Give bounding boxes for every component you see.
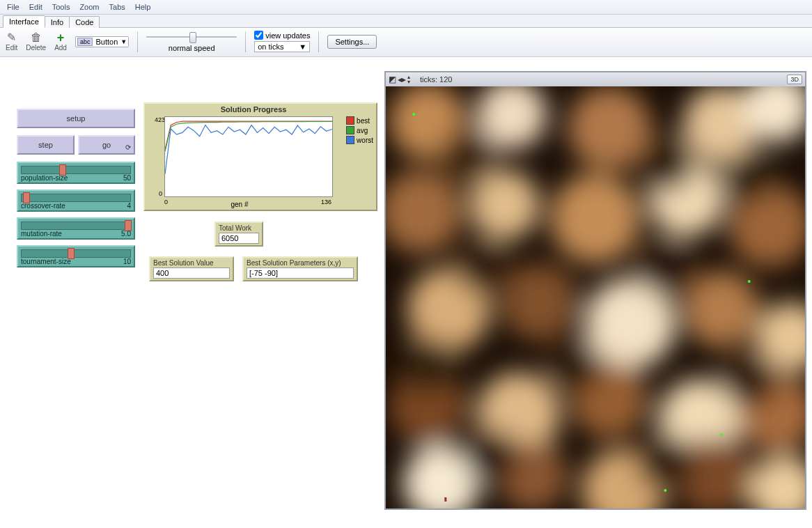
svg-point-37 [748,280,751,283]
go-button[interactable]: go⟳ [78,135,135,155]
setup-button[interactable]: setup [17,109,135,128]
menu-bar: FileEditToolsZoomTabsHelp [0,0,812,15]
slider-tournament-size[interactable]: tournament-size10 [17,245,135,267]
svg-rect-40 [444,497,446,502]
menu-file[interactable]: File [3,1,24,13]
swatch-icon [346,136,354,144]
view-updates-label: view updates [265,31,310,40]
legend-avg: avg [346,126,373,134]
tab-code[interactable]: Code [69,16,100,28]
forever-icon: ⟳ [125,143,131,151]
svg-point-32 [548,339,601,391]
world-canvas[interactable] [386,86,805,508]
slider-label: population-size [21,174,68,182]
menu-zoom[interactable]: Zoom [75,1,103,13]
menu-tabs[interactable]: Tabs [105,1,130,13]
view-mode-selector[interactable]: on ticks▼ [254,41,310,52]
separator [318,31,319,52]
pan-up-down-icon[interactable]: ▴▾ [407,75,410,84]
svg-point-33 [721,351,777,407]
plus-icon: + [57,32,65,43]
view-toolbar: ◩ ◂▸ ▴▾ ticks: 120 3D [386,72,805,87]
view-updates-checkbox[interactable]: view updates [254,31,310,40]
plot-title: Solution Progress [145,105,362,114]
chevron-down-icon: ▼ [120,38,127,45]
3d-button[interactable]: 3D [787,75,802,84]
slider-value: 10 [123,258,131,265]
menu-tools[interactable]: Tools [48,1,75,13]
speed-control: normal speed [146,31,237,52]
svg-point-8 [550,173,641,264]
separator [245,31,246,52]
plot-canvas [164,116,333,197]
swatch-icon [346,126,354,134]
edit-tool[interactable]: ✎Edit [6,32,17,52]
plot-xmax: 136 [321,199,331,205]
slider-value: 4 [127,202,131,210]
svg-point-26 [442,128,497,184]
svg-point-14 [682,271,759,348]
type-label: Button [95,38,118,46]
abc-icon: abc [77,38,93,46]
step-button[interactable]: step [17,135,75,155]
add-tool[interactable]: +Add [54,32,67,52]
widget-type-selector[interactable]: abc Button ▼ [75,36,129,47]
plot-legend: bestavgworst [346,116,373,146]
svg-point-29 [457,241,510,294]
tab-info[interactable]: Info [45,16,70,28]
inspect-icon[interactable]: ◩ [389,75,396,84]
plot-solution-progress: Solution Progress Solution Value gen # 4… [143,102,377,211]
legend-worst: worst [346,136,373,144]
svg-point-36 [412,113,415,116]
svg-point-30 [637,240,693,295]
plot-ymax: 423 [155,116,165,123]
svg-point-31 [400,337,455,393]
delete-tool[interactable]: 🗑Delete [26,32,46,52]
legend-best: best [346,116,373,125]
trash-icon: 🗑 [31,32,42,43]
swatch-icon [346,116,354,125]
monitor-label: Best Solution Value [153,259,230,267]
tab-interface[interactable]: Interface [3,15,45,28]
slider-population-size[interactable]: population-size50 [17,162,135,184]
monitor-label: Best Solution Parameters (x,y) [247,259,354,267]
toolbar: ✎Edit 🗑Delete +Add abc Button ▼ normal s… [0,28,812,57]
world-view[interactable]: ◩ ◂▸ ▴▾ ticks: 120 3D [384,71,806,510]
monitor-value: [-75 -90] [247,267,354,279]
slider-crossover-rate[interactable]: crossover-rate4 [17,189,135,212]
svg-point-28 [725,153,774,201]
slider-track [21,249,131,258]
svg-point-12 [501,264,578,341]
monitor-value: 400 [153,267,230,279]
tick-counter: ticks: 120 [420,75,452,84]
delete-label: Delete [26,44,46,52]
workspace: setup step go⟳ population-size50crossove… [0,57,812,528]
svg-point-34 [464,429,517,482]
speed-slider[interactable] [146,31,237,43]
slider-track [21,166,131,174]
plot-xlabel: gen # [145,201,334,208]
monitor-label: Total Work [219,224,259,232]
slider-label: crossover-rate [21,202,65,210]
monitor-best-value: Best Solution Value 400 [149,256,234,281]
monitor-total-work: Total Work 6050 [214,222,263,247]
svg-point-27 [637,135,693,191]
svg-point-38 [720,433,723,436]
edit-label: Edit [6,44,17,52]
menu-edit[interactable]: Edit [25,1,47,13]
menu-help[interactable]: Help [131,1,155,13]
slider-value: 5.0 [121,230,131,238]
slider-mutation-rate[interactable]: mutation-rate5.0 [17,217,135,240]
plot-ymin: 0 [159,190,162,197]
slider-track [21,222,131,230]
plot-xmin: 0 [164,199,168,205]
separator [137,31,138,52]
monitor-best-params: Best Solution Parameters (x,y) [-75 -90] [242,256,358,281]
chevron-down-icon: ▼ [299,42,306,51]
tab-bar: InterfaceInfoCode [0,15,812,28]
settings-button[interactable]: Settings... [327,35,377,49]
slider-value: 50 [123,174,131,182]
svg-point-39 [664,489,666,492]
pencil-icon: ✎ [7,32,16,43]
pan-left-right-icon[interactable]: ◂▸ [398,75,406,84]
